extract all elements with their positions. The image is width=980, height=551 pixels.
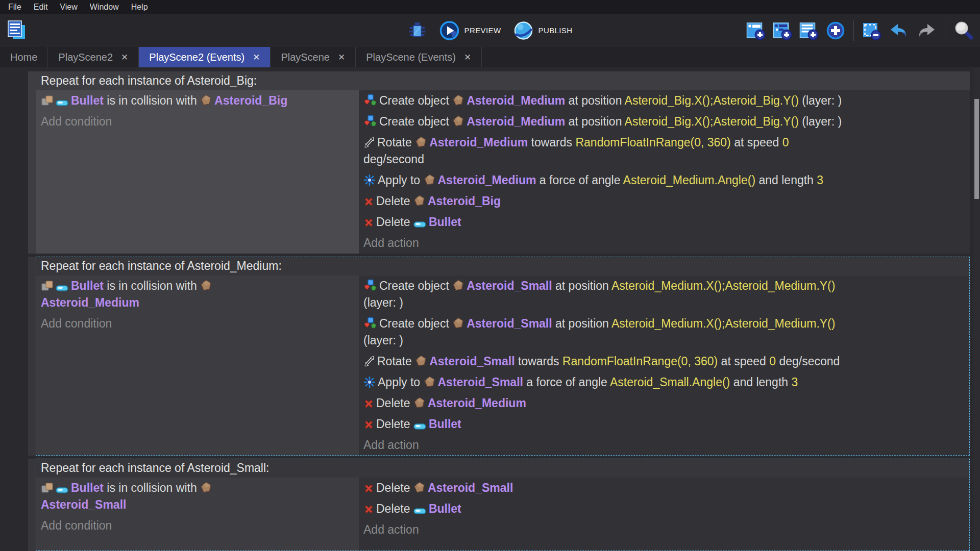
menu-item-edit[interactable]: Edit xyxy=(28,0,54,14)
delete-icon xyxy=(363,217,374,228)
instruction-text: Create object xyxy=(379,115,452,128)
condition-row[interactable]: Bullet is in collision with Asteroid_Sma… xyxy=(36,478,359,515)
add-condition-button[interactable]: Add condition xyxy=(36,515,359,536)
object-name: Bullet xyxy=(429,502,461,515)
action-row[interactable]: Delete Asteroid_Small xyxy=(359,478,970,498)
instruction-text: and length xyxy=(730,375,791,389)
object-name: Bullet xyxy=(71,94,104,107)
actions-column: Create object Asteroid_Small at position… xyxy=(359,276,970,456)
action-row[interactable]: Create object Asteroid_Small at position… xyxy=(359,276,970,313)
menu-item-file[interactable]: File xyxy=(2,0,28,14)
tab-playscene[interactable]: PlayScene✕ xyxy=(271,47,356,67)
asteroid-icon xyxy=(452,317,464,330)
instruction-text: Delete xyxy=(376,481,413,494)
action-row[interactable]: Delete Bullet xyxy=(359,212,970,233)
object-name: Bullet xyxy=(429,417,461,431)
instruction-text: Apply to xyxy=(378,375,424,389)
action-row[interactable]: Apply to Asteroid_Medium a force of angl… xyxy=(359,170,970,191)
action-row[interactable]: Apply to Asteroid_Small a force of angle… xyxy=(359,372,970,393)
add-condition-button[interactable]: Add condition xyxy=(36,313,359,334)
tab-label: Home xyxy=(10,52,37,63)
add-event-button[interactable] xyxy=(745,20,767,41)
vertical-scrollbar[interactable] xyxy=(973,67,980,551)
event-1: Repeat for each instance of Asteroid_Big… xyxy=(28,71,970,254)
bullet-icon xyxy=(56,99,69,107)
object-name: Bullet xyxy=(71,279,104,292)
condition-row[interactable]: Bullet is in collision with Asteroid_Big xyxy=(36,90,359,111)
conditions-column: Bullet is in collision with Asteroid_Sma… xyxy=(36,478,359,551)
event-2: Repeat for each instance of Asteroid_Med… xyxy=(28,257,970,456)
asteroid-icon xyxy=(413,195,426,207)
instruction-text: Delete xyxy=(376,417,413,431)
action-row[interactable]: Create object Asteroid_Medium at positio… xyxy=(359,111,970,132)
expression: Asteroid_Big.X();Asteroid_Big.Y() xyxy=(625,94,799,107)
remove-selection-icon xyxy=(862,21,881,40)
object-name: Asteroid_Small xyxy=(438,375,523,389)
event-drag-handle[interactable] xyxy=(28,459,36,551)
create-icon xyxy=(363,115,377,128)
add-action-button[interactable]: Add action xyxy=(359,435,970,456)
publish-button[interactable]: PUBLISH xyxy=(512,19,573,42)
tab-home[interactable]: Home xyxy=(0,47,48,67)
object-name: Asteroid_Big xyxy=(214,94,287,107)
event-header[interactable]: Repeat for each instance of Asteroid_Med… xyxy=(36,257,970,276)
tab-bar: HomePlayScene2✕PlayScene2 (Events)✕PlayS… xyxy=(0,47,980,67)
close-tab-icon[interactable]: ✕ xyxy=(464,53,471,62)
action-row[interactable]: Create object Asteroid_Small at position… xyxy=(359,313,970,351)
event-header[interactable]: Repeat for each instance of Asteroid_Sma… xyxy=(36,459,970,478)
add-comment-button[interactable] xyxy=(798,20,820,41)
add-action-button[interactable]: Add action xyxy=(359,233,970,254)
instruction-text: at position xyxy=(565,94,624,107)
tab-playscene2-events[interactable]: PlayScene2 (Events)✕ xyxy=(139,47,271,67)
debug-button[interactable] xyxy=(407,20,428,41)
instruction-text: towards xyxy=(528,136,575,149)
asteroid-icon xyxy=(424,174,436,186)
action-row[interactable]: Create object Asteroid_Medium at positio… xyxy=(359,90,970,111)
publish-label: PUBLISH xyxy=(538,26,572,35)
event-body: Repeat for each instance of Asteroid_Med… xyxy=(36,257,970,456)
instruction-text: at speed xyxy=(731,136,782,149)
menu-item-help[interactable]: Help xyxy=(125,0,154,14)
close-tab-icon[interactable]: ✕ xyxy=(338,53,345,62)
tab-playscene2[interactable]: PlayScene2✕ xyxy=(48,47,139,67)
object-name: Asteroid_Medium xyxy=(429,136,528,149)
add-sub-event-button[interactable] xyxy=(772,20,793,41)
action-row[interactable]: Rotate Asteroid_Medium towards RandomFlo… xyxy=(359,132,970,170)
project-manager-button[interactable] xyxy=(5,18,29,42)
event-header[interactable]: Repeat for each instance of Asteroid_Big… xyxy=(36,71,970,90)
tab-playscene-events[interactable]: PlayScene (Events)✕ xyxy=(356,47,482,67)
instruction-text: is in collision with xyxy=(104,279,200,292)
event-body: Repeat for each instance of Asteroid_Big… xyxy=(36,71,970,254)
close-tab-icon[interactable]: ✕ xyxy=(121,53,128,62)
project-manager-icon xyxy=(6,19,28,41)
search-button[interactable] xyxy=(952,19,975,42)
action-row[interactable]: Delete Asteroid_Big xyxy=(359,191,970,212)
object-name: Bullet xyxy=(429,215,461,229)
event-drag-handle[interactable] xyxy=(28,257,36,456)
action-row[interactable]: Delete Bullet xyxy=(359,498,970,519)
preview-button[interactable]: PREVIEW xyxy=(438,19,502,42)
instruction-text: deg/second xyxy=(363,153,424,166)
delete-icon xyxy=(363,504,374,515)
action-row[interactable]: Rotate Asteroid_Small towards RandomFloa… xyxy=(359,351,970,372)
condition-row[interactable]: Bullet is in collision with Asteroid_Med… xyxy=(36,276,359,313)
object-name: Asteroid_Small xyxy=(467,317,552,330)
menu-item-window[interactable]: Window xyxy=(84,0,125,14)
event-drag-handle[interactable] xyxy=(28,71,36,254)
object-name: Asteroid_Medium xyxy=(438,173,536,187)
remove-selection-button[interactable] xyxy=(861,20,883,41)
close-tab-icon[interactable]: ✕ xyxy=(253,53,260,62)
action-row[interactable]: Delete Asteroid_Medium xyxy=(359,393,970,414)
action-row[interactable]: Delete Bullet xyxy=(359,414,970,435)
add-action-button[interactable]: Add action xyxy=(359,519,970,540)
scrollbar-thumb[interactable] xyxy=(974,99,979,199)
instruction-text: (layer: ) xyxy=(363,296,403,309)
object-name: Asteroid_Medium xyxy=(428,396,526,410)
menu-item-view[interactable]: View xyxy=(54,0,83,14)
add-new-button[interactable] xyxy=(825,20,846,41)
tab-label: PlayScene2 xyxy=(58,52,113,63)
redo-button[interactable] xyxy=(915,20,938,41)
add-condition-button[interactable]: Add condition xyxy=(36,111,359,132)
add-comment-icon xyxy=(799,21,819,40)
undo-button[interactable] xyxy=(888,20,910,41)
